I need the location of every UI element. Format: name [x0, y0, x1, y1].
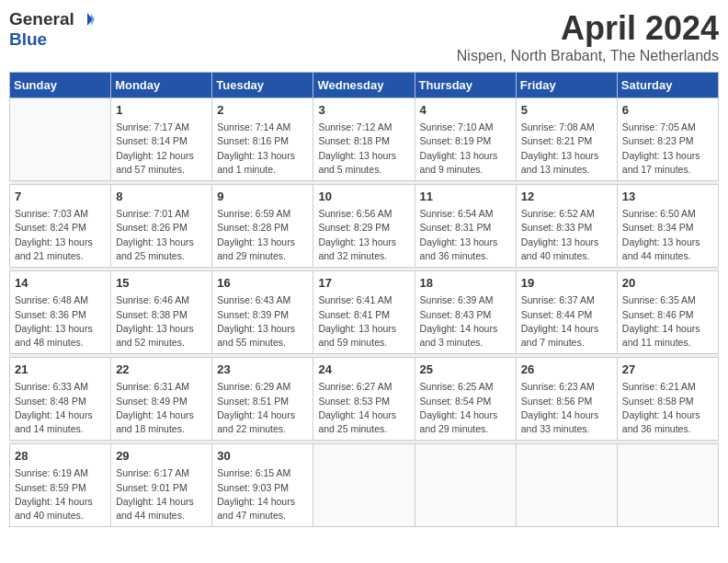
day-number: 18: [420, 275, 511, 292]
day-number: 21: [15, 362, 106, 378]
day-info: Sunrise: 6:31 AMSunset: 8:49 PMDaylight:…: [116, 380, 207, 436]
day-number: 7: [15, 189, 106, 205]
day-info: Sunrise: 6:48 AMSunset: 8:36 PMDaylight:…: [15, 293, 106, 350]
calendar-cell: 13Sunrise: 6:50 AMSunset: 8:34 PMDayligh…: [617, 185, 718, 268]
day-number: 24: [318, 362, 409, 378]
calendar: SundayMondayTuesdayWednesdayThursdayFrid…: [9, 72, 719, 527]
calendar-cell: [516, 444, 617, 527]
day-number: 23: [217, 362, 308, 378]
day-info: Sunrise: 7:14 AMSunset: 8:16 PMDaylight:…: [217, 121, 308, 177]
calendar-cell: 16Sunrise: 6:43 AMSunset: 8:39 PMDayligh…: [212, 271, 313, 354]
svg-marker-1: [91, 13, 95, 26]
day-number: 10: [318, 189, 409, 205]
day-info: Sunrise: 6:50 AMSunset: 8:34 PMDaylight:…: [622, 207, 713, 263]
day-number: 9: [217, 189, 308, 205]
day-number: 8: [116, 189, 207, 205]
week-row-5: 28Sunrise: 6:19 AMSunset: 8:59 PMDayligh…: [10, 444, 719, 527]
calendar-cell: 1Sunrise: 7:17 AMSunset: 8:14 PMDaylight…: [111, 98, 212, 181]
calendar-cell: 11Sunrise: 6:54 AMSunset: 8:31 PMDayligh…: [415, 185, 516, 268]
day-info: Sunrise: 6:27 AMSunset: 8:53 PMDaylight:…: [318, 380, 409, 436]
day-info: Sunrise: 6:15 AMSunset: 9:03 PMDaylight:…: [217, 466, 308, 523]
calendar-cell: 6Sunrise: 7:05 AMSunset: 8:23 PMDaylight…: [617, 98, 718, 181]
logo-blue-text: Blue: [9, 29, 47, 50]
calendar-cell: 29Sunrise: 6:17 AMSunset: 9:01 PMDayligh…: [111, 444, 212, 527]
day-info: Sunrise: 6:25 AMSunset: 8:54 PMDaylight:…: [420, 380, 511, 436]
logo-icon: [74, 9, 95, 29]
calendar-cell: 20Sunrise: 6:35 AMSunset: 8:46 PMDayligh…: [617, 271, 718, 354]
calendar-cell: 26Sunrise: 6:23 AMSunset: 8:56 PMDayligh…: [516, 358, 617, 441]
calendar-cell: 15Sunrise: 6:46 AMSunset: 8:38 PMDayligh…: [111, 271, 212, 354]
week-row-4: 21Sunrise: 6:33 AMSunset: 8:48 PMDayligh…: [10, 358, 719, 441]
calendar-cell: [10, 98, 111, 181]
day-info: Sunrise: 6:59 AMSunset: 8:28 PMDaylight:…: [217, 207, 308, 263]
calendar-cell: 14Sunrise: 6:48 AMSunset: 8:36 PMDayligh…: [10, 271, 111, 354]
day-info: Sunrise: 6:39 AMSunset: 8:43 PMDaylight:…: [420, 293, 511, 350]
day-info: Sunrise: 6:41 AMSunset: 8:41 PMDaylight:…: [318, 293, 409, 350]
day-number: 14: [15, 275, 106, 292]
day-header-monday: Monday: [111, 73, 212, 98]
day-number: 16: [217, 275, 308, 292]
calendar-cell: 9Sunrise: 6:59 AMSunset: 8:28 PMDaylight…: [212, 185, 313, 268]
day-number: 6: [622, 102, 713, 119]
day-number: 20: [622, 275, 713, 292]
day-info: Sunrise: 7:03 AMSunset: 8:24 PMDaylight:…: [15, 207, 106, 263]
calendar-cell: 30Sunrise: 6:15 AMSunset: 9:03 PMDayligh…: [212, 444, 313, 527]
day-number: 29: [116, 448, 207, 465]
title-area: April 2024 Nispen, North Brabant, The Ne…: [457, 9, 719, 64]
calendar-cell: 23Sunrise: 6:29 AMSunset: 8:51 PMDayligh…: [212, 358, 313, 441]
day-info: Sunrise: 6:23 AMSunset: 8:56 PMDaylight:…: [521, 380, 612, 436]
day-number: 17: [318, 275, 409, 292]
calendar-cell: 5Sunrise: 7:08 AMSunset: 8:21 PMDaylight…: [516, 98, 617, 181]
day-number: 15: [116, 275, 207, 292]
main-title: April 2024: [457, 9, 719, 48]
calendar-cell: 19Sunrise: 6:37 AMSunset: 8:44 PMDayligh…: [516, 271, 617, 354]
day-info: Sunrise: 6:37 AMSunset: 8:44 PMDaylight:…: [521, 293, 612, 350]
day-info: Sunrise: 7:17 AMSunset: 8:14 PMDaylight:…: [116, 121, 207, 177]
day-info: Sunrise: 7:01 AMSunset: 8:26 PMDaylight:…: [116, 207, 207, 263]
header: General Blue April 2024 Nispen, North Br…: [9, 9, 719, 64]
day-info: Sunrise: 6:52 AMSunset: 8:33 PMDaylight:…: [521, 207, 612, 263]
calendar-cell: 22Sunrise: 6:31 AMSunset: 8:49 PMDayligh…: [111, 358, 212, 441]
day-number: 30: [217, 448, 308, 465]
day-header-friday: Friday: [516, 73, 617, 98]
day-info: Sunrise: 6:43 AMSunset: 8:39 PMDaylight:…: [217, 293, 308, 350]
calendar-cell: 28Sunrise: 6:19 AMSunset: 8:59 PMDayligh…: [10, 444, 111, 527]
day-number: 22: [116, 362, 207, 378]
day-number: 3: [318, 102, 409, 119]
calendar-cell: 25Sunrise: 6:25 AMSunset: 8:54 PMDayligh…: [415, 358, 516, 441]
logo-general-text: General: [9, 9, 74, 29]
day-info: Sunrise: 6:56 AMSunset: 8:29 PMDaylight:…: [318, 207, 409, 263]
week-row-1: 1Sunrise: 7:17 AMSunset: 8:14 PMDaylight…: [10, 98, 719, 181]
day-info: Sunrise: 6:46 AMSunset: 8:38 PMDaylight:…: [116, 293, 207, 350]
calendar-cell: 17Sunrise: 6:41 AMSunset: 8:41 PMDayligh…: [313, 271, 415, 354]
week-row-2: 7Sunrise: 7:03 AMSunset: 8:24 PMDaylight…: [10, 185, 719, 268]
day-number: 28: [15, 448, 106, 465]
week-row-3: 14Sunrise: 6:48 AMSunset: 8:36 PMDayligh…: [10, 271, 719, 354]
day-number: 12: [521, 189, 612, 205]
day-header-saturday: Saturday: [617, 73, 718, 98]
day-info: Sunrise: 6:17 AMSunset: 9:01 PMDaylight:…: [116, 466, 207, 523]
day-number: 2: [217, 102, 308, 119]
day-info: Sunrise: 7:05 AMSunset: 8:23 PMDaylight:…: [622, 121, 713, 177]
day-info: Sunrise: 7:10 AMSunset: 8:19 PMDaylight:…: [420, 121, 511, 177]
day-info: Sunrise: 6:35 AMSunset: 8:46 PMDaylight:…: [622, 293, 713, 350]
day-number: 5: [521, 102, 612, 119]
day-number: 25: [420, 362, 511, 378]
day-info: Sunrise: 6:19 AMSunset: 8:59 PMDaylight:…: [15, 466, 106, 523]
day-number: 13: [622, 189, 713, 205]
day-header-sunday: Sunday: [10, 73, 111, 98]
day-info: Sunrise: 6:21 AMSunset: 8:58 PMDaylight:…: [622, 380, 713, 436]
day-number: 26: [521, 362, 612, 378]
days-header-row: SundayMondayTuesdayWednesdayThursdayFrid…: [10, 73, 719, 98]
day-info: Sunrise: 7:08 AMSunset: 8:21 PMDaylight:…: [521, 121, 612, 177]
day-header-thursday: Thursday: [415, 73, 516, 98]
day-number: 1: [116, 102, 207, 119]
logo: General Blue: [9, 9, 95, 50]
subtitle: Nispen, North Brabant, The Netherlands: [457, 48, 719, 64]
day-number: 19: [521, 275, 612, 292]
calendar-cell: [617, 444, 718, 527]
day-info: Sunrise: 7:12 AMSunset: 8:18 PMDaylight:…: [318, 121, 409, 177]
calendar-cell: 4Sunrise: 7:10 AMSunset: 8:19 PMDaylight…: [415, 98, 516, 181]
calendar-cell: 24Sunrise: 6:27 AMSunset: 8:53 PMDayligh…: [313, 358, 415, 441]
calendar-cell: 2Sunrise: 7:14 AMSunset: 8:16 PMDaylight…: [212, 98, 313, 181]
